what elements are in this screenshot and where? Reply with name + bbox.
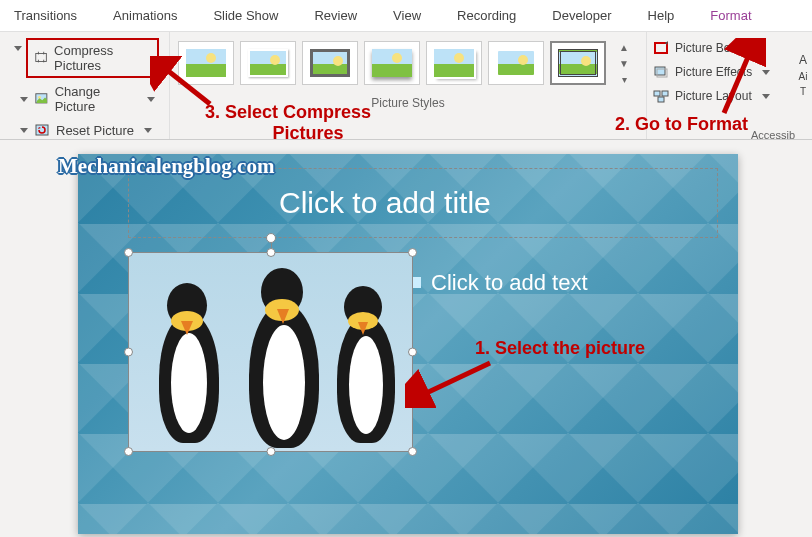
- style-thumb-6[interactable]: [488, 41, 544, 85]
- alt-text-partial[interactable]: A: [799, 53, 807, 67]
- gallery-scroll-down[interactable]: ▼: [616, 56, 632, 70]
- gallery-more: ▲ ▼ ▾: [616, 40, 632, 86]
- tab-developer[interactable]: Developer: [548, 2, 615, 31]
- compress-pictures-label: Compress Pictures: [54, 43, 151, 73]
- style-thumb-2[interactable]: [240, 41, 296, 85]
- handle-br[interactable]: [408, 447, 417, 456]
- body-placeholder[interactable]: Click to add text: [398, 258, 718, 488]
- picture-border-button[interactable]: Picture Bord: [651, 38, 808, 58]
- reset-picture-button[interactable]: Reset Picture: [12, 120, 159, 140]
- ribbon-content: Compress Pictures Change Picture Reset P…: [0, 32, 812, 140]
- dropdown-indicator[interactable]: [14, 46, 22, 51]
- svg-rect-9: [658, 97, 664, 102]
- right-edge-group: A Ai T Accessib: [794, 35, 812, 141]
- adjust-group: Compress Pictures Change Picture Reset P…: [0, 32, 170, 139]
- picture-border-label: Picture Bord: [675, 41, 741, 55]
- slide[interactable]: Click to add title Click to add text: [78, 154, 738, 534]
- picture-layout-icon: [653, 88, 669, 104]
- picture-layout-label: Picture Layout: [675, 89, 752, 103]
- rotate-handle[interactable]: [266, 233, 276, 243]
- picture-styles-group: ▲ ▼ ▾ Picture Styles: [170, 32, 647, 139]
- chevron-down-icon: [762, 94, 770, 99]
- picture-effects-icon: [653, 64, 669, 80]
- tab-slide-show[interactable]: Slide Show: [209, 2, 282, 31]
- tab-format[interactable]: Format: [706, 2, 755, 31]
- change-picture-icon: [34, 91, 49, 107]
- picture-options-group: Picture Bord Picture Effects Picture Lay…: [647, 32, 812, 139]
- handle-mr[interactable]: [408, 348, 417, 357]
- alt-text-partial3: T: [800, 86, 806, 97]
- picture-content: [129, 253, 412, 451]
- accessibility-label-partial: Accessib: [751, 129, 795, 141]
- alt-text-partial2: Ai: [799, 71, 808, 82]
- tab-transitions[interactable]: Transitions: [10, 2, 81, 31]
- title-placeholder-text: Click to add title: [279, 186, 491, 220]
- chevron-down-icon: [751, 46, 759, 51]
- compress-pictures-button[interactable]: Compress Pictures: [26, 38, 159, 78]
- tab-help[interactable]: Help: [644, 2, 679, 31]
- handle-tm[interactable]: [266, 248, 275, 257]
- chevron-down-icon: [762, 70, 770, 75]
- compress-icon: [34, 50, 48, 66]
- svg-rect-7: [654, 91, 660, 96]
- handle-ml[interactable]: [124, 348, 133, 357]
- body-placeholder-text: Click to add text: [431, 270, 588, 296]
- selected-picture[interactable]: [128, 252, 413, 452]
- style-thumb-5[interactable]: [426, 41, 482, 85]
- picture-styles-gallery: ▲ ▼ ▾: [178, 36, 638, 86]
- handle-bl[interactable]: [124, 447, 133, 456]
- style-thumb-7[interactable]: [550, 41, 606, 85]
- chevron-down-icon: [147, 97, 155, 102]
- handle-tl[interactable]: [124, 248, 133, 257]
- reset-picture-label: Reset Picture: [56, 123, 134, 138]
- change-picture-label: Change Picture: [55, 84, 137, 114]
- change-picture-button[interactable]: Change Picture: [12, 82, 159, 116]
- tab-view[interactable]: View: [389, 2, 425, 31]
- svg-rect-8: [662, 91, 668, 96]
- dropdown-indicator: [20, 97, 28, 102]
- picture-effects-button[interactable]: Picture Effects: [651, 62, 808, 82]
- svg-rect-4: [655, 43, 667, 53]
- style-thumb-3[interactable]: [302, 41, 358, 85]
- picture-styles-label: Picture Styles: [178, 86, 638, 114]
- handle-bm[interactable]: [266, 447, 275, 456]
- picture-layout-button[interactable]: Picture Layout: [651, 86, 808, 106]
- slide-area: Click to add title Click to add text: [0, 140, 812, 534]
- style-thumb-1[interactable]: [178, 41, 234, 85]
- gallery-expand[interactable]: ▾: [616, 72, 632, 86]
- picture-border-icon: [653, 40, 669, 56]
- reset-picture-icon: [34, 122, 50, 138]
- handle-tr[interactable]: [408, 248, 417, 257]
- style-thumb-4[interactable]: [364, 41, 420, 85]
- svg-rect-0: [36, 54, 47, 62]
- tab-review[interactable]: Review: [310, 2, 361, 31]
- tab-recording[interactable]: Recording: [453, 2, 520, 31]
- picture-effects-label: Picture Effects: [675, 65, 752, 79]
- tab-animations[interactable]: Animations: [109, 2, 181, 31]
- gallery-scroll-up[interactable]: ▲: [616, 40, 632, 54]
- chevron-down-icon: [144, 128, 152, 133]
- ribbon-tabs: Transitions Animations Slide Show Review…: [0, 0, 812, 32]
- dropdown-indicator: [20, 128, 28, 133]
- watermark: Mechanicalengblog.com: [58, 154, 274, 179]
